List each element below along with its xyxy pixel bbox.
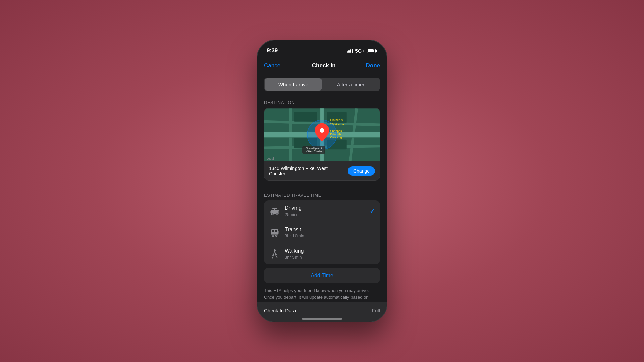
svg-rect-31 bbox=[270, 211, 271, 213]
svg-text:of West Chester: of West Chester bbox=[306, 150, 322, 153]
svg-rect-27 bbox=[272, 209, 274, 210]
segment-after-timer[interactable]: After a timer bbox=[322, 78, 379, 90]
svg-rect-37 bbox=[271, 231, 271, 234]
svg-point-39 bbox=[272, 235, 274, 236]
nav-title: Check In bbox=[312, 62, 336, 69]
home-indicator bbox=[302, 318, 342, 320]
check-in-data-label: Check In Data bbox=[264, 308, 296, 313]
svg-text:Shoppes A: Shoppes A bbox=[330, 129, 345, 133]
svg-point-30 bbox=[276, 213, 278, 215]
svg-point-40 bbox=[276, 235, 277, 236]
travel-item-walking[interactable]: Walking 3hr 5min bbox=[264, 243, 380, 264]
travel-info-walking: Walking 3hr 5min bbox=[285, 248, 375, 260]
travel-section: ESTIMATED TRAVEL TIME bbox=[257, 187, 387, 283]
change-button[interactable]: Change bbox=[348, 166, 375, 176]
travel-item-transit[interactable]: Transit 3hr 10min bbox=[264, 222, 380, 243]
bus-icon bbox=[269, 227, 280, 238]
cancel-button[interactable]: Cancel bbox=[264, 62, 282, 69]
walking-mode-label: Walking bbox=[285, 248, 375, 254]
svg-text:Legal: Legal bbox=[267, 157, 274, 160]
travel-section-label: ESTIMATED TRAVEL TIME bbox=[257, 187, 387, 200]
done-button[interactable]: Done bbox=[366, 62, 380, 69]
svg-rect-38 bbox=[278, 231, 279, 234]
svg-rect-36 bbox=[271, 234, 278, 235]
map-bottom: 1340 Wilmington Pike, West Chester,... C… bbox=[264, 162, 380, 180]
destination-label: DESTINATION bbox=[257, 95, 387, 108]
svg-text:Piazza Hyundai: Piazza Hyundai bbox=[306, 147, 322, 150]
svg-text:West Ch...: West Ch... bbox=[330, 122, 344, 125]
nav-bar: Cancel Check In Done bbox=[257, 57, 387, 74]
svg-rect-28 bbox=[275, 209, 277, 210]
signal-icon bbox=[347, 49, 353, 53]
status-bar: 9:39 5G+ bbox=[257, 40, 387, 57]
travel-item-driving[interactable]: Driving 25min ✓ bbox=[264, 200, 380, 222]
transit-mode-label: Transit bbox=[285, 227, 375, 233]
status-icons: 5G+ bbox=[347, 48, 377, 54]
svg-rect-32 bbox=[278, 211, 279, 213]
check-in-data-value: Full bbox=[372, 308, 380, 313]
svg-text:Crossing: Crossing bbox=[330, 136, 342, 139]
driving-time: 25min bbox=[285, 212, 370, 217]
map-address: 1340 Wilmington Pike, West Chester,... bbox=[269, 166, 344, 176]
svg-point-15 bbox=[320, 128, 324, 133]
car-icon bbox=[269, 206, 280, 217]
segment-when-arrive[interactable]: When I arrive bbox=[265, 78, 322, 90]
transit-time: 3hr 10min bbox=[285, 233, 375, 238]
battery-icon bbox=[367, 49, 377, 53]
svg-rect-9 bbox=[294, 112, 317, 121]
travel-list: Driving 25min ✓ bbox=[264, 200, 380, 264]
driving-check-icon: ✓ bbox=[370, 207, 375, 215]
add-time-row[interactable]: Add Time bbox=[264, 268, 380, 283]
svg-point-29 bbox=[271, 213, 273, 215]
map-area: Clothes & West Ch... Shoppes A Dilwortht… bbox=[264, 108, 380, 162]
phone-frame: 9:39 5G+ Cancel Check In bbox=[257, 40, 387, 322]
scroll-content: DESTINATION bbox=[257, 95, 387, 322]
map-card: Clothes & West Ch... Shoppes A Dilwortht… bbox=[264, 108, 380, 181]
svg-rect-35 bbox=[275, 230, 277, 232]
status-time: 9:39 bbox=[267, 47, 278, 54]
add-time-label[interactable]: Add Time bbox=[311, 273, 333, 278]
segment-control: When I arrive After a timer bbox=[264, 78, 380, 91]
walk-icon bbox=[269, 249, 280, 259]
segment-container: When I arrive After a timer bbox=[257, 74, 387, 95]
phone-screen: 9:39 5G+ Cancel Check In bbox=[257, 40, 387, 322]
travel-info-driving: Driving 25min bbox=[285, 205, 370, 217]
travel-info-transit: Transit 3hr 10min bbox=[285, 227, 375, 238]
driving-mode-label: Driving bbox=[285, 205, 370, 211]
walking-time: 3hr 5min bbox=[285, 255, 375, 260]
svg-text:Clothes &: Clothes & bbox=[330, 118, 343, 122]
svg-rect-34 bbox=[272, 230, 274, 232]
network-label: 5G+ bbox=[355, 48, 365, 54]
